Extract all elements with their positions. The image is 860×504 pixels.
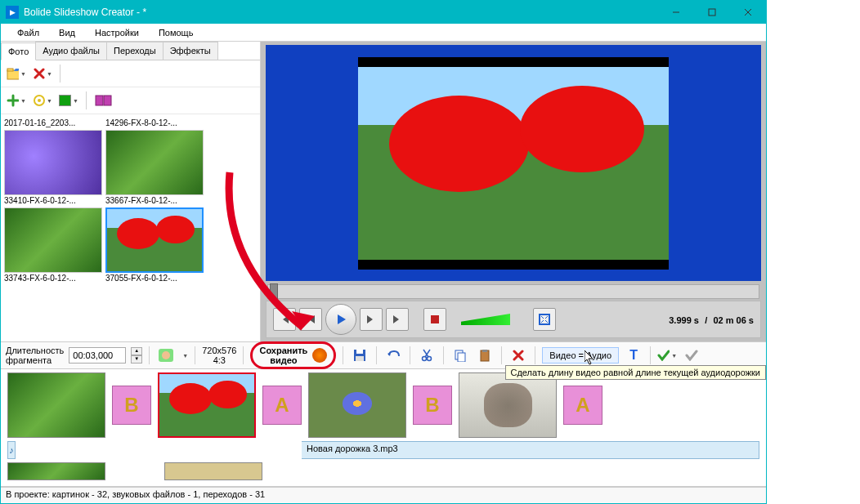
svg-point-7: [38, 99, 41, 102]
volume-indicator[interactable]: [461, 314, 510, 325]
face-button[interactable]: [156, 346, 176, 365]
undo-button[interactable]: [383, 346, 403, 365]
preview-area: 3.999 s / 02 m 06 s: [261, 42, 766, 341]
prev-frame-button[interactable]: [299, 308, 322, 331]
media-tabs: Фото Аудио файлы Переходы Эффекты: [1, 42, 260, 60]
separator: [535, 346, 535, 364]
preview-image: [358, 57, 669, 270]
window-buttons: [658, 1, 766, 24]
effects-button[interactable]: ▼: [32, 91, 53, 110]
apply-gray-button[interactable]: [682, 346, 701, 365]
audio-clip[interactable]: Новая дорожка 3.mp3: [302, 441, 759, 459]
add-button[interactable]: ▼: [6, 91, 27, 110]
next-frame-button[interactable]: [360, 308, 383, 331]
svg-rect-9: [104, 96, 111, 105]
minimize-button[interactable]: [658, 1, 694, 24]
timeline-clip[interactable]: [308, 372, 406, 438]
timeline-area: B A B A ♪ Новая дорожка 3.mp3: [1, 369, 766, 487]
thumbnail-grid[interactable]: 2017-01-16_2203... 14296-FX-8-0-12-... 3…: [1, 114, 260, 341]
tab-transitions[interactable]: Переходы: [106, 42, 163, 60]
tooltip: Сделать длину видео равной длине текущей…: [505, 365, 767, 380]
duration-spinner[interactable]: ▲ ▼: [131, 347, 142, 364]
separator: [501, 346, 502, 364]
tab-photo[interactable]: Фото: [1, 42, 36, 60]
stop-button[interactable]: [423, 308, 446, 331]
chevron-down-icon: ▼: [20, 71, 26, 77]
video-track[interactable]: B A B A: [1, 369, 766, 441]
delete-clip-button[interactable]: [508, 346, 528, 365]
media-panel: Фото Аудио файлы Переходы Эффекты ▼ ▼: [1, 42, 261, 341]
thumbnail-label: 33667-FX-6-0-12-...: [105, 195, 204, 206]
maximize-button[interactable]: [694, 1, 730, 24]
menu-file[interactable]: Файл: [7, 25, 49, 40]
tab-effects[interactable]: Эффекты: [163, 42, 218, 60]
open-folder-button[interactable]: ▼: [6, 64, 27, 83]
thumbnail-image: [4, 130, 102, 195]
save-video-button[interactable]: Сохранитьвидео: [250, 341, 336, 369]
close-button[interactable]: [730, 1, 766, 24]
thumbnail-item[interactable]: 37055-FX-6-0-12-...: [105, 207, 204, 283]
fullscreen-button[interactable]: [533, 308, 556, 331]
duration-input[interactable]: [69, 347, 126, 364]
thumbnail-image: [105, 130, 204, 195]
film-button[interactable]: [93, 91, 114, 110]
menu-view[interactable]: Вид: [49, 25, 85, 40]
transition-item[interactable]: A: [563, 386, 602, 425]
time-display: 3.999 s / 02 m 06 s: [669, 314, 754, 326]
color-button[interactable]: ▼: [58, 91, 79, 110]
timeline-clip[interactable]: [158, 372, 256, 438]
thumbnail-label: 14296-FX-8-0-12-...: [105, 118, 204, 128]
svg-rect-8: [96, 96, 103, 105]
thumbnail-label: 33743-FX-6-0-12-...: [4, 273, 102, 283]
audio-track-row: ♪ Новая дорожка 3.mp3: [7, 441, 759, 459]
timeline-clip[interactable]: [164, 462, 262, 480]
transition-item[interactable]: B: [112, 386, 151, 425]
paste-button[interactable]: [475, 346, 495, 365]
chevron-down-icon: ▼: [182, 353, 188, 359]
duration-label: Длительностьфрагмента: [6, 346, 64, 365]
save-disk-button[interactable]: [350, 346, 370, 365]
resolution-label: 720x5764:3: [202, 346, 236, 365]
skip-start-button[interactable]: [273, 308, 296, 331]
seek-handle[interactable]: [270, 283, 278, 300]
svg-rect-11: [540, 314, 549, 324]
svg-rect-14: [356, 356, 364, 361]
menu-help[interactable]: Помощь: [149, 25, 204, 40]
timeline-clip[interactable]: [459, 372, 557, 438]
svg-rect-13: [356, 350, 363, 354]
menu-settings[interactable]: Настройки: [85, 25, 149, 40]
text-button[interactable]: T: [624, 346, 643, 365]
spinner-down[interactable]: ▼: [131, 355, 142, 364]
copy-button[interactable]: [450, 346, 470, 365]
separator: [243, 346, 244, 364]
thumbnail-item[interactable]: 14296-FX-8-0-12-...: [105, 118, 204, 128]
app-icon: ▶: [6, 6, 19, 19]
thumbnail-item[interactable]: 33667-FX-6-0-12-...: [105, 130, 204, 206]
transition-item[interactable]: A: [262, 386, 302, 425]
timeline-clip[interactable]: [7, 462, 105, 480]
skip-end-button[interactable]: [386, 308, 409, 331]
play-button[interactable]: [325, 304, 356, 335]
delete-button[interactable]: ▼: [32, 64, 53, 83]
thumbnail-item[interactable]: 33743-FX-6-0-12-...: [4, 207, 102, 283]
spinner-up[interactable]: ▲: [131, 347, 142, 355]
svg-rect-4: [7, 70, 19, 79]
video-equals-audio-button[interactable]: Видео = Аудио: [542, 347, 619, 364]
apply-button[interactable]: ▼: [657, 346, 677, 365]
tab-audio[interactable]: Аудио файлы: [35, 42, 107, 60]
timeline-toolbar: Длительностьфрагмента ▲ ▼ ▼ 720x5764:3 С…: [1, 341, 766, 369]
seek-bar[interactable]: [267, 284, 759, 299]
media-toolbar-2: ▼ ▼ ▼: [1, 87, 260, 114]
player-controls: 3.999 s / 02 m 06 s: [266, 301, 761, 338]
transition-item[interactable]: B: [413, 386, 452, 425]
menubar: Файл Вид Настройки Помощь: [1, 24, 766, 42]
thumbnail-item[interactable]: 33410-FX-6-0-12-...: [4, 130, 102, 206]
thumbnail-item[interactable]: 2017-01-16_2203...: [4, 118, 102, 128]
chevron-down-icon: ▼: [47, 98, 52, 104]
time-total: 02 m 06 s: [713, 315, 754, 325]
separator: [195, 346, 195, 364]
chevron-down-icon: ▼: [47, 71, 52, 77]
thumbnail-image: [4, 207, 102, 273]
timeline-clip[interactable]: [7, 372, 105, 438]
cut-button[interactable]: [417, 346, 437, 365]
